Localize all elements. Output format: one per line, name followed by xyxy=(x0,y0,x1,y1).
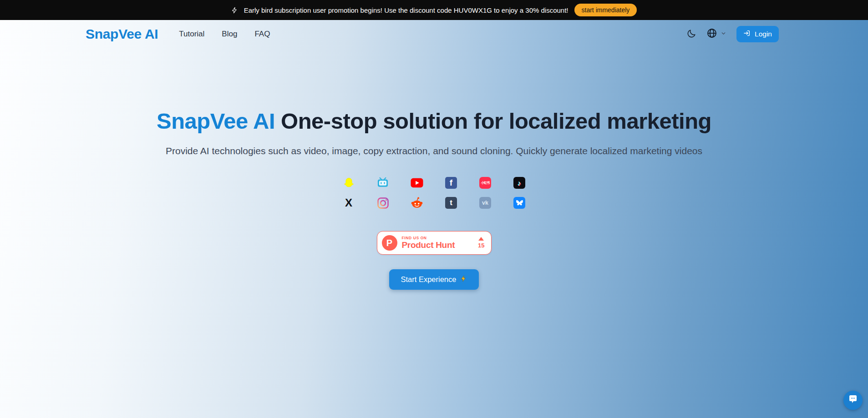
product-hunt-name: Product Hunt xyxy=(402,240,455,250)
chat-bubble-icon xyxy=(848,394,858,407)
instagram-icon[interactable] xyxy=(376,196,389,209)
tiktok-glyph: ♪ xyxy=(518,179,521,187)
login-arrow-icon xyxy=(743,30,751,39)
chevron-down-icon xyxy=(721,30,726,38)
xiaohongshu-glyph: 小红书 xyxy=(481,181,489,185)
login-label: Login xyxy=(755,30,772,38)
xiaohongshu-icon[interactable]: 小红书 xyxy=(479,176,492,189)
product-hunt-texts: FIND US ON Product Hunt xyxy=(402,236,455,251)
vk-icon[interactable]: vk xyxy=(479,196,492,209)
nav-item-faq[interactable]: FAQ xyxy=(254,30,270,39)
nav-item-blog[interactable]: Blog xyxy=(222,30,237,39)
upvote-counter[interactable]: 15 xyxy=(478,237,484,249)
header: SnapVee AI Tutorial Blog FAQ xyxy=(0,20,868,48)
social-platforms: f 小红书 ♪ X xyxy=(0,176,868,209)
header-actions: Login xyxy=(686,26,779,42)
upvote-triangle-icon xyxy=(478,237,484,241)
upvote-count: 15 xyxy=(478,242,484,249)
facebook-icon[interactable]: f xyxy=(445,176,457,189)
product-hunt-badge[interactable]: P FIND US ON Product Hunt 15 xyxy=(377,231,492,255)
logo[interactable]: SnapVee AI xyxy=(86,26,158,42)
tiktok-icon[interactable]: ♪ xyxy=(513,176,526,189)
title-brand: SnapVee AI xyxy=(157,109,275,133)
product-hunt-tagline: FIND US ON xyxy=(402,236,455,241)
x-glyph: X xyxy=(345,197,352,208)
start-immediately-button[interactable]: start immediately xyxy=(574,4,637,16)
vk-glyph: vk xyxy=(482,200,488,206)
nav-item-tutorial[interactable]: Tutorial xyxy=(179,30,204,39)
reddit-icon[interactable] xyxy=(411,196,423,209)
dark-mode-toggle[interactable] xyxy=(686,29,696,40)
main-nav: Tutorial Blog FAQ xyxy=(179,30,270,39)
start-experience-label: Start Experience xyxy=(401,275,457,284)
tumblr-glyph: t xyxy=(450,198,452,207)
lightning-icon xyxy=(231,7,238,14)
promo-text: Early bird subscription user promotion b… xyxy=(244,6,569,14)
x-twitter-icon[interactable]: X xyxy=(342,196,355,209)
social-row-2: X xyxy=(342,196,526,209)
globe-icon xyxy=(706,28,717,40)
tumblr-icon[interactable]: t xyxy=(445,196,457,209)
language-selector[interactable] xyxy=(706,28,726,40)
hero-subtitle: Provide AI technologies such as video, i… xyxy=(0,146,868,156)
bilibili-icon[interactable] xyxy=(376,176,389,189)
social-row-1: f 小红书 ♪ xyxy=(342,176,526,189)
hero-section: SnapVee AIOne-stop solution for localize… xyxy=(0,48,868,290)
bluesky-icon[interactable] xyxy=(513,196,526,209)
chat-widget-button[interactable] xyxy=(843,391,863,410)
login-button[interactable]: Login xyxy=(736,26,779,42)
promo-banner: Early bird subscription user promotion b… xyxy=(0,0,868,20)
facebook-glyph: f xyxy=(450,178,452,188)
moon-icon xyxy=(686,29,696,40)
start-experience-button[interactable]: Start Experience xyxy=(389,269,479,290)
title-rest: One-stop solution for localized marketin… xyxy=(281,109,711,133)
snapchat-icon[interactable] xyxy=(342,176,355,189)
product-hunt-logo-icon: P xyxy=(382,235,397,251)
page-title: SnapVee AIOne-stop solution for localize… xyxy=(0,108,868,134)
youtube-icon[interactable] xyxy=(411,176,423,189)
lightning-bolt-icon xyxy=(460,275,467,284)
